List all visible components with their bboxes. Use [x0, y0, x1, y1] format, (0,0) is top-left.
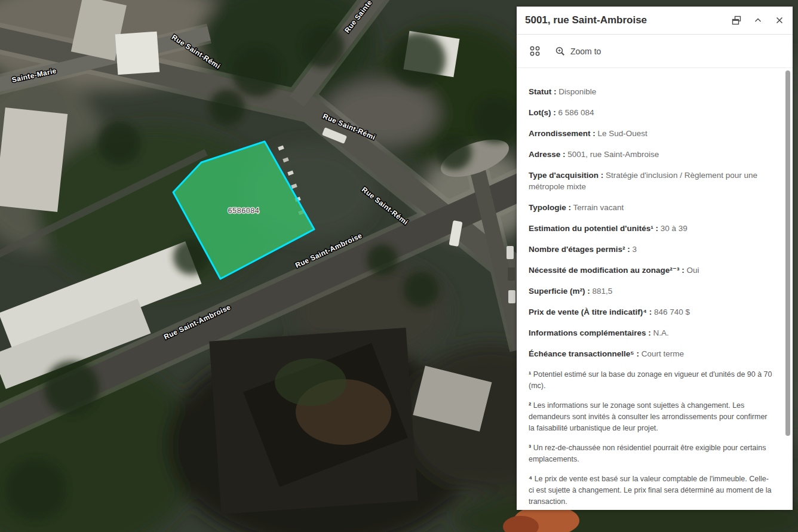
- field-value: Disponible: [558, 87, 596, 96]
- field-value: 30 à 39: [661, 224, 687, 233]
- field-label: Estimation du potentiel d'unités¹ :: [529, 224, 658, 233]
- zoom-to-button[interactable]: Zoom to: [550, 42, 606, 60]
- popup-panel: 5001, rue Saint-Ambroise: [517, 7, 793, 510]
- field-label: Échéance transactionnelle⁵ :: [529, 349, 639, 358]
- field-row: Informations complémentaires : N.A.: [529, 327, 772, 339]
- dock-button[interactable]: [726, 7, 747, 34]
- field-label: Nombre d'étages permis² :: [529, 245, 630, 254]
- field-label: Arrondissement :: [529, 129, 596, 138]
- popup-header: 5001, rue Saint-Ambroise: [517, 7, 793, 35]
- close-button[interactable]: [769, 7, 790, 34]
- field-row: Typologie : Terrain vacant: [529, 202, 772, 213]
- field-value: 3: [633, 245, 637, 254]
- footnote-text: Un rez-de-chaussée non résidentiel pourr…: [529, 444, 766, 463]
- close-icon: [775, 16, 784, 25]
- field-value: Oui: [686, 266, 699, 275]
- footnote: ¹ Potentiel estimé sur la base du zonage…: [529, 369, 772, 392]
- app-window: 6586084 Sainte-MarieRue Saint-RémiRue Sa…: [0, 0, 798, 532]
- field-row: Lot(s) : 6 586 084: [529, 107, 772, 118]
- field-label: Typologie :: [529, 203, 571, 212]
- field-label: Prix de vente (À titre indicatif)⁴ :: [529, 307, 652, 316]
- footnote-text: Les informations sur le zonage sont suje…: [529, 401, 768, 432]
- field-value: N.A.: [653, 328, 669, 337]
- collapse-button[interactable]: [747, 7, 769, 34]
- footnote-text: Potentiel estimé sur la base du zonage e…: [529, 370, 772, 390]
- field-row: Type d'acquisition : Stratégie d'inclusi…: [529, 170, 772, 192]
- field-row: Échéance transactionnelle⁵ : Court terme: [529, 348, 772, 359]
- magnifier-plus-icon: [555, 46, 566, 57]
- footnote: ³ Un rez-de-chaussée non résidentiel pou…: [529, 442, 772, 465]
- field-row: Estimation du potentiel d'unités¹ : 30 à…: [529, 223, 772, 234]
- field-value: Court terme: [642, 349, 684, 358]
- field-row: Nombre d'étages permis² : 3: [529, 244, 772, 255]
- field-label: Statut :: [529, 87, 557, 96]
- field-row: Arrondissement : Le Sud-Ouest: [529, 128, 772, 139]
- popup-title: 5001, rue Saint-Ambroise: [517, 14, 726, 26]
- field-value: Le Sud-Ouest: [598, 129, 647, 138]
- field-row: Statut : Disponible: [529, 86, 772, 97]
- footnote-list: ¹ Potentiel estimé sur la base du zonage…: [529, 369, 772, 508]
- field-list: Statut : Disponible Lot(s) : 6 586 084 A…: [529, 86, 772, 359]
- chevron-up-icon: [753, 16, 763, 25]
- parcel-label: 6586084: [228, 207, 260, 215]
- footnote: ⁴ Le prix de vente est basé sur la valeu…: [529, 473, 772, 508]
- scrollbar-thumb[interactable]: [785, 70, 790, 436]
- field-row: Adresse : 5001, rue Saint-Ambroise: [529, 149, 772, 160]
- field-row: Superficie (m²) : 881,5: [529, 285, 772, 297]
- actions-menu-button[interactable]: [524, 42, 546, 60]
- field-row: Nécessité de modification au zonage²⁻³ :…: [529, 265, 772, 276]
- zoom-to-label: Zoom to: [570, 47, 601, 56]
- footnote-text: Le prix de vente est basé sur la valeur …: [529, 475, 771, 506]
- field-label: Nécessité de modification au zonage²⁻³ :: [529, 266, 685, 275]
- field-row: Prix de vente (À titre indicatif)⁴ : 846…: [529, 306, 772, 318]
- field-label: Lot(s) :: [529, 108, 556, 117]
- field-value: 881,5: [593, 287, 613, 296]
- footnote: ² Les informations sur le zonage sont su…: [529, 400, 772, 434]
- field-label: Adresse :: [529, 150, 566, 159]
- field-label: Superficie (m²) :: [529, 287, 590, 296]
- popup-toolbar: Zoom to: [517, 35, 793, 68]
- dock-icon: [731, 15, 742, 26]
- field-value: 5001, rue Saint-Ambroise: [567, 150, 659, 159]
- popup-content: Statut : Disponible Lot(s) : 6 586 084 A…: [517, 68, 793, 510]
- field-label: Type d'acquisition :: [529, 171, 603, 180]
- field-value: 6 586 084: [558, 108, 594, 117]
- field-label: Informations complémentaires :: [529, 328, 651, 337]
- actions-grid-icon: [529, 45, 541, 57]
- field-value: Terrain vacant: [573, 203, 624, 212]
- field-value: 846 740 $: [654, 307, 690, 316]
